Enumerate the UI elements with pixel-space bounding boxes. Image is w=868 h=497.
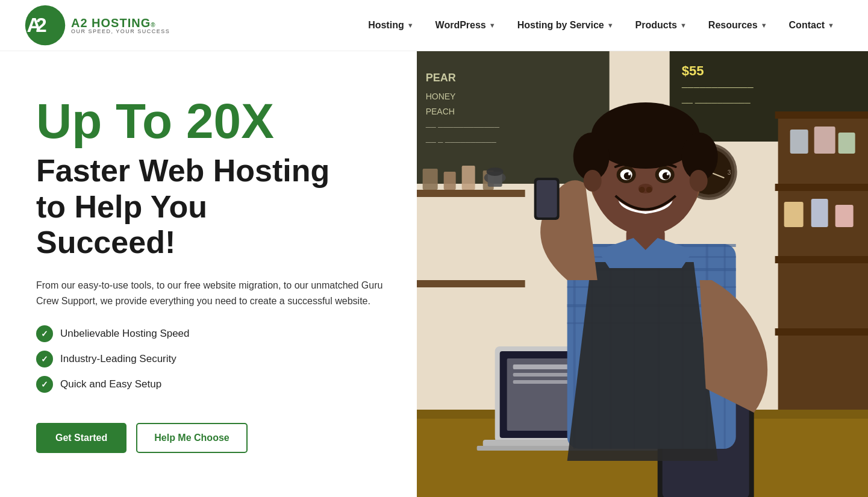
hero-headline-sub: Faster Web Hostingto Help YouSucceed!	[36, 153, 387, 261]
svg-point-41	[486, 167, 503, 176]
navbar: 2 A A2 HOSTING® OUR SPEED, YOUR SUCCESS …	[0, 0, 868, 51]
get-started-button[interactable]: Get Started	[36, 423, 126, 453]
nav-item-contact[interactable]: Contact ▼	[779, 15, 844, 36]
hero-section: Up To 20X Faster Web Hostingto Help YouS…	[0, 51, 868, 497]
svg-rect-32	[835, 205, 853, 227]
svg-rect-36	[443, 172, 455, 190]
svg-text:── ────────────: ── ────────────	[425, 123, 499, 131]
chevron-down-icon: ▼	[407, 22, 414, 29]
feature-item-security: Industry-Leading Security	[36, 351, 387, 367]
nav-item-resources[interactable]: Resources ▼	[699, 15, 777, 36]
hero-headline-top: Up To 20X	[36, 95, 387, 147]
svg-text:── ─ ──────────: ── ─ ──────────	[425, 138, 496, 146]
check-icon-setup	[36, 376, 53, 393]
svg-point-88	[639, 187, 645, 193]
svg-rect-23	[775, 111, 868, 119]
svg-point-89	[646, 187, 652, 193]
svg-rect-31	[811, 199, 828, 227]
hero-description: From our easy-to-use tools, to our free …	[36, 278, 387, 308]
hero-image: PEAR HONEY PEACH ── ──────────── ── ─ ──…	[417, 51, 868, 497]
nav-item-wordpress[interactable]: WordPress ▼	[426, 15, 505, 36]
svg-rect-37	[461, 166, 475, 190]
nav-item-hosting[interactable]: Hosting ▼	[358, 15, 423, 36]
svg-text:PEAR: PEAR	[425, 72, 455, 84]
svg-point-86	[666, 173, 669, 175]
svg-text:PEACH: PEACH	[425, 107, 454, 116]
svg-text:A: A	[27, 14, 41, 36]
svg-rect-28	[814, 127, 835, 154]
svg-text:HONEY: HONEY	[425, 92, 455, 101]
chevron-down-icon: ▼	[607, 22, 614, 29]
svg-point-78	[689, 170, 707, 192]
svg-text:────────────: ────────────	[681, 83, 753, 92]
svg-rect-27	[790, 130, 808, 154]
check-icon-speed	[36, 325, 53, 342]
svg-text:$55: $55	[681, 63, 704, 78]
svg-rect-33	[417, 190, 525, 197]
svg-text:── ──────────: ── ──────────	[681, 98, 751, 107]
nav-links: Hosting ▼ WordPress ▼ Hosting by Service…	[358, 15, 844, 36]
chevron-down-icon: ▼	[828, 22, 834, 29]
svg-point-77	[583, 170, 601, 192]
hero-content: Up To 20X Faster Web Hostingto Help YouS…	[0, 51, 417, 497]
svg-text:3: 3	[727, 169, 731, 176]
svg-rect-35	[422, 169, 437, 190]
feature-item-speed: Unbelievable Hosting Speed	[36, 325, 387, 342]
logo[interactable]: 2 A A2 HOSTING® OUR SPEED, YOUR SUCCESS	[24, 4, 170, 46]
svg-point-85	[628, 173, 630, 175]
cta-buttons: Get Started Help Me Choose	[36, 423, 387, 453]
hero-illustration: PEAR HONEY PEACH ── ──────────── ── ─ ──…	[417, 51, 868, 497]
chevron-down-icon: ▼	[761, 22, 767, 29]
help-me-choose-button[interactable]: Help Me Choose	[136, 423, 247, 453]
chevron-down-icon: ▼	[489, 22, 496, 29]
svg-rect-34	[417, 280, 525, 287]
svg-rect-25	[775, 256, 868, 263]
svg-rect-71	[536, 180, 557, 217]
chevron-down-icon: ▼	[680, 22, 687, 29]
svg-rect-26	[775, 328, 868, 336]
feature-item-setup: Quick and Easy Setup	[36, 376, 387, 393]
svg-rect-29	[838, 133, 855, 154]
svg-rect-30	[784, 202, 803, 227]
logo-text: A2 HOSTING® OUR SPEED, YOUR SUCCESS	[71, 17, 170, 34]
logo-tagline: OUR SPEED, YOUR SUCCESS	[71, 29, 170, 34]
svg-rect-24	[775, 184, 868, 191]
nav-item-hosting-by-service[interactable]: Hosting by Service ▼	[508, 15, 623, 36]
logo-icon: 2 A	[24, 4, 66, 46]
check-icon-security	[36, 351, 53, 367]
feature-list: Unbelievable Hosting Speed Industry-Lead…	[36, 325, 387, 401]
nav-item-products[interactable]: Products ▼	[626, 15, 696, 36]
